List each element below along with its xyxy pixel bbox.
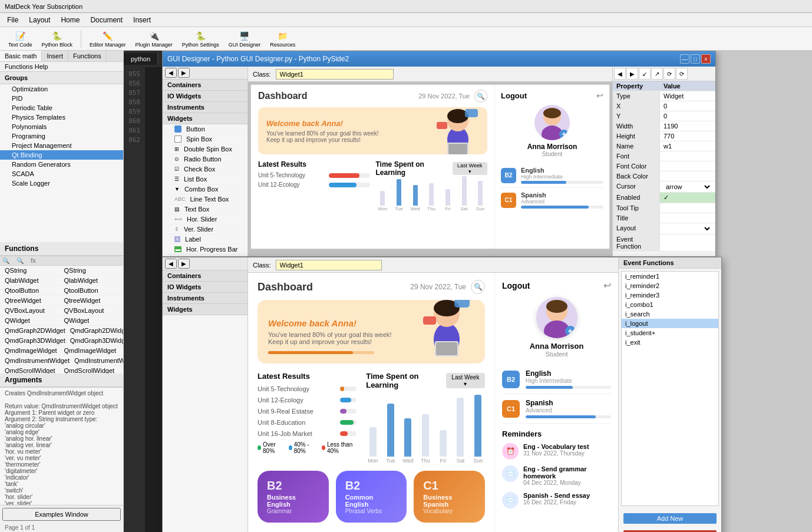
widget-list-panel: ◀ ▶ Containers IO Widgets Instruments Wi… <box>163 67 248 256</box>
class-input[interactable] <box>276 69 394 80</box>
func-qmdscroll[interactable]: QmdScrollWidgetQmdScrollWidget <box>0 366 123 374</box>
nav-fwd-btn-2[interactable]: ▶ <box>178 259 190 269</box>
window-maximize-btn[interactable]: □ <box>691 54 700 64</box>
event-combo1[interactable]: i_combo1 <box>622 300 718 309</box>
func-qwidget[interactable]: QWidgetQWidget <box>0 316 123 326</box>
group-scada[interactable]: SCADA <box>0 169 123 179</box>
toolbar-python-block[interactable]: 🐍 Python Block <box>38 29 77 49</box>
widget-ver-progress[interactable]: ▮Ver. Progress Bar <box>163 255 247 256</box>
search-btn-2[interactable]: 🔍 <box>471 280 485 294</box>
group-optimization[interactable]: Optimization <box>0 84 123 94</box>
course-card-b2-grammar[interactable]: B2 Business English Grammar <box>258 471 329 523</box>
event-reminder1[interactable]: i_reminder1 <box>622 272 718 281</box>
toolbar-plugin[interactable]: 🔌 Plugin Manager <box>132 29 176 49</box>
toolbar-python-settings[interactable]: 🐍 Python Settings <box>179 29 223 49</box>
func-qmdgraph2d[interactable]: QmdGraph2DWidgetQmdGraph2DWidget <box>0 326 123 336</box>
func-qtreewidget[interactable]: QtreeWidgetQtreeWidget <box>0 296 123 306</box>
prop-tool-2[interactable]: ▶ <box>626 68 638 80</box>
prop-tool-5[interactable]: ⟳ <box>664 68 675 80</box>
prop-tool-3[interactable]: ↙ <box>639 68 651 80</box>
menu-insert[interactable]: Insert <box>128 15 156 25</box>
latest-results-title-2: Latest Results <box>258 372 357 381</box>
course-card-b2-phrasal[interactable]: B2 Common English Phrasal Verbs <box>336 471 407 523</box>
tab-basic-math[interactable]: Basic math <box>0 51 42 61</box>
search-btn-1[interactable]: 🔍 <box>474 90 487 103</box>
func-qvboxlayout[interactable]: QVBoxLayoutQVBoxLayout <box>0 306 123 316</box>
course-card-c1-vocabulary[interactable]: C1 Business Spanish Vocabulary <box>414 471 485 523</box>
func-qmdinstrument[interactable]: QmdInstrumentWidgetQmdInstrumentWidget <box>0 356 123 366</box>
svg-rect-3 <box>465 109 478 117</box>
svg-point-9 <box>543 108 561 118</box>
welcome-sub1-2: You've learned 80% of your goal this wee… <box>268 331 392 338</box>
prop-tool-1[interactable]: ◀ <box>614 68 626 80</box>
cursor-select[interactable]: arrow pointer crosshair <box>664 183 712 191</box>
layout-select[interactable] <box>664 224 712 233</box>
group-programing[interactable]: Programing <box>0 131 123 141</box>
widget-double-spinbox[interactable]: ⊞Double Spin Box <box>163 144 247 154</box>
toolbar-gui[interactable]: 🖥️ GUI Designer <box>225 29 265 49</box>
lang-card-c1-2: C1 Spanish Advanced <box>502 394 611 424</box>
widget-radio[interactable]: ⊙Radio Button <box>163 154 247 164</box>
group-scale[interactable]: Scale Logger <box>0 179 123 188</box>
event-student[interactable]: i_student+ <box>622 328 718 338</box>
nav-fwd-btn[interactable]: ▶ <box>178 68 190 78</box>
widget-checkbox[interactable]: ☑Check Box <box>163 164 247 174</box>
logout-icon-2[interactable]: ↩ <box>603 280 611 291</box>
widget-hor-slider[interactable]: ⟺Hor. Slider <box>163 214 247 224</box>
lang-card-c1-1: C1 Spanish Advanced <box>501 188 603 212</box>
prop-tool-4[interactable]: ↗ <box>651 68 663 80</box>
toolbar-resources[interactable]: 📁 Resources <box>266 29 299 49</box>
widget-textbox[interactable]: ▤Text Box <box>163 204 247 214</box>
last-week-btn-2[interactable]: Last Week ▾ <box>446 373 485 388</box>
widget-label[interactable]: ALabel <box>163 234 247 244</box>
nav-back-btn-2[interactable]: ◀ <box>165 259 177 269</box>
menu-home[interactable]: Home <box>56 15 84 25</box>
window-minimize-btn[interactable]: — <box>680 54 689 64</box>
event-search[interactable]: i_search <box>622 309 718 319</box>
widget-ver-slider[interactable]: ⇕Ver. Slider <box>163 224 247 234</box>
widget-hor-progress[interactable]: ▬Hor. Progress Bar <box>163 244 247 255</box>
widget-listbox[interactable]: ☰List Box <box>163 174 247 184</box>
event-logout[interactable]: i_logout <box>622 319 718 328</box>
group-polynomials[interactable]: Polynomials <box>0 122 123 131</box>
prop-tool-6[interactable]: ⟳ <box>676 68 688 80</box>
func-qtoolbutton[interactable]: QtoolButtonQtoolButton <box>0 286 123 296</box>
tab-insert[interactable]: Insert <box>42 51 68 61</box>
func-qmdgraph3d[interactable]: QmdGraph3DWidgetQmdGraph3DWidget <box>0 336 123 346</box>
avatar-plus-2[interactable]: + <box>565 326 576 336</box>
event-reminder3[interactable]: i_reminder3 <box>622 290 718 300</box>
widget-button[interactable]: Button <box>163 124 247 134</box>
menu-file[interactable]: File <box>2 15 23 25</box>
menu-layout[interactable]: Layout <box>24 15 55 25</box>
toolbar-text-code[interactable]: 📝 Text Code <box>5 29 36 49</box>
examples-window-btn[interactable]: Examples Window <box>2 508 121 521</box>
io-widgets-header: IO Widgets <box>163 91 247 102</box>
group-random[interactable]: Random Generators <box>0 160 123 169</box>
widget-spinbox[interactable]: Spin Box <box>163 134 247 144</box>
group-project[interactable]: Project Management <box>0 141 123 150</box>
gui-designer-window-bottom: ◀ ▶ Containers IO Widgets Instruments Wi… <box>162 257 722 532</box>
last-week-btn-1[interactable]: Last Week ▾ <box>453 162 488 175</box>
class-input-2[interactable] <box>276 260 382 270</box>
widget-combobox[interactable]: ▼Combo Box <box>163 184 247 194</box>
tab-functions[interactable]: Functions <box>68 51 107 61</box>
welcome-sub2-1: Keep it up and improve your results! <box>266 137 379 143</box>
menu-document[interactable]: Document <box>85 15 127 25</box>
func-qlabwidget[interactable]: QlabWidgetQlabWidget <box>0 276 123 286</box>
nav-back-btn[interactable]: ◀ <box>165 68 177 78</box>
group-physics[interactable]: Physics Templates <box>0 113 123 122</box>
toolbar-editor[interactable]: ✏️ Editor Manager <box>86 29 130 49</box>
widget-linetextbox[interactable]: ABCLine Text Box <box>163 194 247 204</box>
event-reminder2[interactable]: i_reminder2 <box>622 281 718 290</box>
avatar-plus-1[interactable]: + <box>559 130 569 139</box>
add-new-btn[interactable]: Add New <box>623 513 717 524</box>
group-qt-binding[interactable]: Qt Binding <box>0 150 123 160</box>
group-periodic[interactable]: Periodic Table <box>0 103 123 113</box>
func-qstring[interactable]: QStringQString <box>0 266 123 276</box>
func-qmdimage[interactable]: QmdImageWidgetQmdImageWidget <box>0 346 123 356</box>
event-exit[interactable]: i_exit <box>622 338 718 347</box>
functions-help-btn[interactable]: Functions Help <box>0 62 123 72</box>
code-tab[interactable]: python <box>124 53 158 65</box>
group-pid[interactable]: PID <box>0 94 123 103</box>
window-close-btn[interactable]: × <box>701 54 711 64</box>
